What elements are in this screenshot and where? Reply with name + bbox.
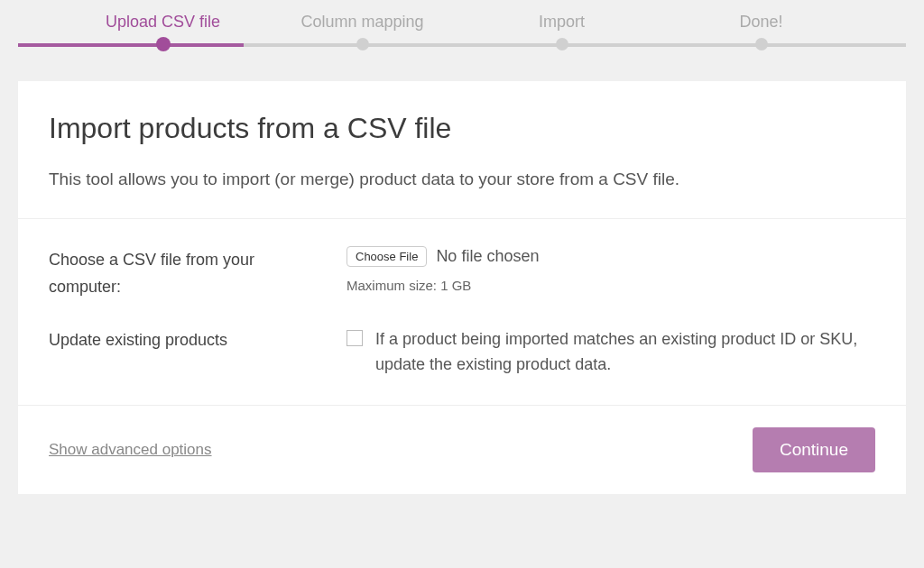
stepper-label: Column mapping: [300, 0, 423, 39]
page-subtitle: This tool allows you to import (or merge…: [49, 167, 875, 193]
file-size-hint: Maximum size: 1 GB: [346, 278, 875, 293]
stepper-label: Done!: [739, 0, 782, 39]
update-existing-checkbox[interactable]: [346, 330, 363, 346]
stepper-dot-icon: [755, 38, 768, 50]
file-field-label: Choose a CSV file from your computer:: [49, 246, 346, 301]
stepper-dot-icon: [156, 37, 171, 51]
card-footer: Show advanced options Continue: [18, 406, 906, 494]
stepper-item-upload[interactable]: Upload CSV file: [63, 0, 263, 53]
update-description: If a product being imported matches an e…: [375, 326, 875, 379]
import-card: Import products from a CSV file This too…: [18, 81, 906, 494]
choose-file-button[interactable]: Choose File: [346, 246, 427, 267]
wizard-stepper: Upload CSV file Column mapping Import Do…: [0, 0, 924, 54]
show-advanced-link[interactable]: Show advanced options: [49, 441, 212, 459]
form-section: Choose a CSV file from your computer: Ch…: [18, 219, 906, 407]
stepper-label: Upload CSV file: [106, 0, 220, 39]
update-row: Update existing products If a product be…: [49, 326, 875, 379]
stepper-item-import[interactable]: Import: [462, 0, 661, 53]
continue-button[interactable]: Continue: [753, 427, 875, 472]
card-header: Import products from a CSV file This too…: [18, 81, 906, 219]
stepper-dot-icon: [356, 38, 369, 50]
stepper-item-mapping[interactable]: Column mapping: [263, 0, 462, 53]
file-row: Choose a CSV file from your computer: Ch…: [49, 246, 875, 301]
update-field-label: Update existing products: [49, 326, 346, 354]
stepper-item-done[interactable]: Done!: [661, 0, 861, 53]
stepper-label: Import: [539, 0, 585, 39]
stepper-dot-icon: [556, 38, 568, 50]
page-title: Import products from a CSV file: [49, 112, 875, 145]
file-status-text: No file chosen: [436, 247, 539, 266]
